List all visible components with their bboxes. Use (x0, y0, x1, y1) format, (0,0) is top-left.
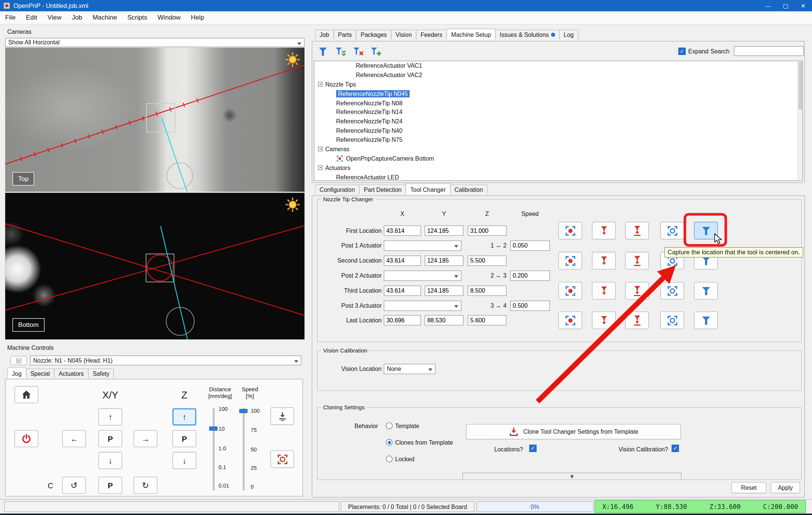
third-capture-tool-location-button[interactable] (694, 282, 718, 299)
second-location-y-field[interactable] (425, 255, 464, 266)
third-capture-camera-button[interactable] (558, 282, 582, 299)
radio-locked-label[interactable]: Locked (395, 456, 414, 462)
home-button[interactable] (15, 386, 38, 403)
first-location-z-field[interactable] (468, 225, 506, 236)
camera-view-bottom[interactable]: Bottom (5, 193, 304, 339)
last-capture-tool-location-button[interactable] (694, 311, 718, 329)
menu-view[interactable]: View (42, 14, 67, 21)
last-location-z-field[interactable] (468, 315, 506, 326)
tree-item-nozzletip-n75[interactable]: ReferenceNozzleTip N75 (314, 135, 802, 145)
close-button[interactable]: ✕ (794, 0, 812, 11)
tab-jog[interactable]: Jog (7, 368, 26, 378)
tree-group-cameras[interactable]: Cameras (314, 144, 802, 154)
first-capture-tool-camera-button[interactable] (660, 222, 684, 240)
expand-checkbox[interactable] (679, 48, 686, 55)
menu-job[interactable]: Job (67, 14, 87, 21)
radio-clones-label[interactable]: Clones from Template (395, 439, 453, 446)
jog-x-minus-button[interactable]: ← (62, 430, 86, 447)
last-position-tool-safez-button[interactable] (625, 311, 649, 329)
vision-location-dropdown[interactable]: None (384, 364, 436, 374)
distance-slider-track[interactable] (213, 409, 214, 491)
brightness-icon[interactable] (285, 197, 300, 212)
tree-item-nozzletip-n40[interactable]: ReferenceNozzleTip N40 (314, 126, 802, 135)
third-location-z-field[interactable] (468, 286, 506, 296)
speed-slider-handle[interactable] (239, 409, 247, 413)
nozzletip-unload-button[interactable] (350, 44, 365, 58)
tree-item-actuator-led[interactable]: ReferenceActuator LED (314, 172, 802, 181)
post1-actuator-dropdown[interactable] (384, 240, 462, 251)
last-capture-camera-button[interactable] (558, 311, 582, 329)
first-location-y-field[interactable] (425, 225, 464, 236)
park-z-button[interactable]: P (173, 430, 196, 447)
menu-help[interactable]: Help (186, 14, 209, 21)
jog-y-plus-button[interactable]: ↑ (98, 409, 122, 425)
tab-feeders[interactable]: Feeders (416, 30, 447, 39)
jog-c-cw-button[interactable]: ↻ (133, 477, 157, 494)
tab-vision[interactable]: Vision (391, 30, 417, 39)
nozzletip-load-button[interactable] (332, 44, 348, 58)
tab-configuration[interactable]: Configuration (315, 184, 360, 194)
menu-machine[interactable]: Machine (87, 14, 122, 21)
post3-actuator-dropdown[interactable] (384, 301, 462, 311)
tree-item-nozzletip-n24[interactable]: ReferenceNozzleTip N24 (314, 117, 802, 126)
post1-speed-field[interactable] (510, 240, 550, 251)
vision-calibration-checkbox[interactable] (672, 445, 679, 452)
apply-button[interactable]: Apply (771, 482, 800, 493)
tab-tool-changer[interactable]: Tool Changer (406, 184, 450, 194)
collapse-expander-icon[interactable] (318, 82, 323, 87)
second-location-x-field[interactable] (384, 255, 421, 266)
camera-view-top[interactable]: Top (5, 48, 304, 192)
radio-template[interactable] (386, 422, 392, 429)
locations-checkbox[interactable] (529, 445, 536, 452)
tab-calibration[interactable]: Calibration (450, 184, 488, 194)
tab-parts[interactable]: Parts (333, 30, 357, 39)
menu-scripts[interactable]: Scripts (122, 14, 152, 21)
third-position-tool-button[interactable] (592, 282, 616, 299)
second-location-z-field[interactable] (468, 255, 506, 266)
tree-item-nozzletip-n14[interactable]: ReferenceNozzleTip N14 (314, 108, 802, 117)
collapsed-section-button[interactable]: ▼ (462, 472, 682, 479)
third-position-tool-safez-button[interactable] (625, 282, 649, 299)
tab-safety[interactable]: Safety (88, 368, 114, 378)
last-position-tool-button[interactable] (592, 311, 616, 329)
brightness-icon[interactable] (285, 52, 300, 67)
third-location-x-field[interactable] (384, 286, 421, 296)
last-location-x-field[interactable] (384, 315, 421, 326)
park-c-button[interactable]: P (98, 477, 122, 494)
speed-slider-track[interactable] (243, 409, 244, 491)
clone-settings-button[interactable]: Clone Tool Changer Settings from Templat… (466, 424, 681, 439)
post2-speed-field[interactable] (510, 270, 550, 281)
tree-scrollbar-thumb[interactable] (798, 62, 802, 109)
last-capture-tool-camera-button[interactable] (660, 311, 684, 329)
tree-item-vac1[interactable]: ReferenceActuator VAC1 (314, 61, 802, 71)
camera-selector-dropdown[interactable]: Show All Horizontal (5, 38, 304, 47)
position-camera-button[interactable] (270, 450, 294, 468)
power-button[interactable] (15, 430, 38, 447)
menu-window[interactable]: Window (152, 14, 186, 21)
first-location-x-field[interactable] (384, 225, 421, 236)
tree-group-nozzle-tips[interactable]: Nozzle Tips (314, 80, 802, 89)
park-head-button[interactable] (270, 407, 294, 425)
post3-speed-field[interactable] (510, 301, 550, 311)
tree-item-nozzletip-n08[interactable]: ReferenceNozzleTip N08 (314, 98, 802, 108)
first-position-tool-safez-button[interactable] (625, 222, 649, 240)
collapse-expander-icon[interactable] (318, 147, 323, 151)
tab-actuators[interactable]: Actuators (54, 368, 89, 378)
nozzle-selector-dropdown[interactable]: Nozzle: N1 - N045 (Head: H1) (30, 355, 301, 365)
reset-button[interactable]: Reset (731, 482, 767, 493)
menu-file[interactable]: File (0, 14, 21, 21)
tab-packages[interactable]: Packages (356, 30, 391, 39)
tab-machine-setup[interactable]: Machine Setup (447, 29, 495, 39)
search-input[interactable] (734, 46, 804, 56)
tree-group-actuators[interactable]: Actuators (314, 163, 802, 173)
last-location-y-field[interactable] (425, 315, 464, 326)
tab-job[interactable]: Job (315, 30, 334, 39)
jog-y-minus-button[interactable]: ↓ (98, 452, 122, 469)
second-capture-camera-button[interactable] (558, 252, 582, 270)
radio-clones-from-template[interactable] (386, 439, 392, 446)
first-capture-camera-button[interactable] (558, 222, 582, 240)
radio-locked[interactable] (386, 456, 392, 462)
first-position-tool-button[interactable] (592, 222, 616, 240)
maximize-button[interactable]: ▢ (777, 0, 794, 11)
second-position-tool-button[interactable] (592, 252, 616, 270)
